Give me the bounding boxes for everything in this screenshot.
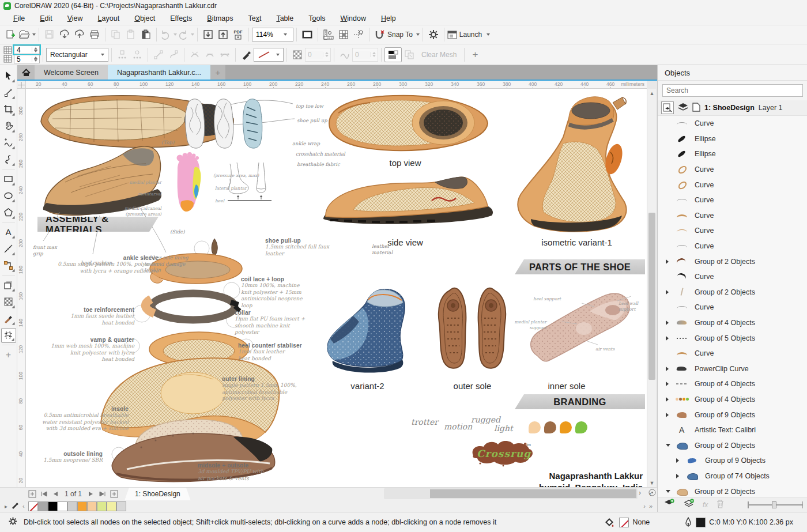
status-gear-icon[interactable] <box>8 516 18 528</box>
expander-icon[interactable] <box>666 444 673 447</box>
snap-off-button[interactable] <box>372 27 387 42</box>
view-mode-icon[interactable] <box>661 101 674 114</box>
palette-expand[interactable]: » <box>649 503 653 510</box>
object-row[interactable]: Curve <box>658 223 807 239</box>
color-eyedropper-tool[interactable] <box>1 311 16 326</box>
object-row[interactable]: Curve <box>658 208 807 224</box>
palette-scroll-left[interactable]: ‹ <box>22 503 25 510</box>
text-tool[interactable]: A <box>1 225 16 240</box>
mesh-eyedropper-button[interactable] <box>239 47 254 62</box>
object-row[interactable]: Ellipse <box>658 131 807 147</box>
object-row[interactable]: Ellipse <box>658 146 807 162</box>
object-row[interactable]: Curve <box>658 239 807 254</box>
last-page-button[interactable] <box>97 488 108 500</box>
smart-drawing-tool[interactable] <box>1 152 16 167</box>
menu-table[interactable]: Table <box>269 13 301 24</box>
dimension-tool[interactable] <box>1 242 16 256</box>
layers-stack-icon[interactable] <box>678 103 688 114</box>
object-row[interactable]: Artistic Text: Calibri <box>658 422 807 438</box>
next-page-button[interactable] <box>85 488 97 500</box>
mesh-rows-spinner[interactable] <box>14 46 40 54</box>
expander-icon[interactable] <box>666 413 673 417</box>
object-row[interactable]: Group of 2 Objects <box>658 254 807 269</box>
mesh-fill-tool[interactable] <box>1 328 16 343</box>
expander-icon[interactable] <box>666 290 673 295</box>
object-row[interactable]: Group of 4 Objects <box>658 376 807 392</box>
new-tab-button[interactable]: + <box>210 65 225 80</box>
expander-icon[interactable] <box>666 490 673 493</box>
horizontal-ruler[interactable]: millimeters 2040608010012014016018020022… <box>26 81 647 89</box>
outline-style-select[interactable] <box>254 48 284 62</box>
expander-icon[interactable] <box>666 382 673 386</box>
add-page-end-button[interactable] <box>108 488 120 500</box>
object-row[interactable]: Group of 4 Objects <box>658 315 807 331</box>
opacity-slider-handle[interactable] <box>772 501 776 508</box>
menu-bitmaps[interactable]: Bitmaps <box>199 13 240 24</box>
expander-icon[interactable] <box>666 259 673 264</box>
palette-swatch-8[interactable] <box>107 501 116 511</box>
object-row[interactable]: Curve <box>658 193 807 208</box>
navigator-button[interactable] <box>648 488 657 499</box>
ellipse-tool[interactable] <box>1 188 16 203</box>
mesh-rows-input[interactable] <box>17 47 32 54</box>
zoom-level-combo[interactable] <box>252 28 293 41</box>
menu-effects[interactable]: Effects <box>163 13 199 24</box>
object-row[interactable]: Group of 74 Objects <box>658 469 807 484</box>
new-document-button[interactable] <box>3 27 18 42</box>
object-row[interactable]: Group of 9 Objects <box>658 407 807 422</box>
object-row[interactable]: Group of 2 Objects <box>658 285 807 300</box>
object-row[interactable]: Curve <box>658 346 807 361</box>
show-grid-button[interactable] <box>336 27 351 42</box>
first-page-button[interactable] <box>38 488 50 500</box>
options-gear-button[interactable] <box>426 27 441 42</box>
add-page-start-button[interactable] <box>27 488 38 500</box>
palette-swatch-6[interactable] <box>87 501 97 511</box>
scroll-up-button[interactable]: ▲ <box>647 89 657 97</box>
menu-file[interactable]: File <box>6 13 32 24</box>
palette-eyedropper-icon[interactable] <box>11 501 19 511</box>
object-row[interactable]: Group of 5 Objects <box>658 330 807 346</box>
mesh-cols-input[interactable] <box>17 56 32 63</box>
menu-help[interactable]: Help <box>374 13 404 24</box>
polygon-tool[interactable] <box>1 205 16 220</box>
tab-document[interactable]: Nagaprashanth Lakkur.c... <box>108 65 210 80</box>
new-layer-button[interactable] <box>683 499 695 511</box>
shape-tool[interactable] <box>1 85 16 100</box>
snap-to-dropdown[interactable]: Snap To <box>387 27 420 42</box>
vertical-ruler[interactable]: 3002802602402202001801601401201008060402… <box>17 89 26 487</box>
expander-icon[interactable] <box>666 320 673 325</box>
launch-dropdown[interactable]: Launch <box>447 27 490 42</box>
rectangle-tool[interactable] <box>1 172 16 187</box>
fullscreen-preview-button[interactable] <box>300 27 315 42</box>
expander-icon[interactable] <box>666 336 673 341</box>
home-button[interactable] <box>17 65 35 80</box>
object-row[interactable]: Curve <box>658 162 807 178</box>
hscroll-right-button[interactable]: › <box>639 489 641 497</box>
menu-text[interactable]: Text <box>240 13 269 24</box>
vertical-scrollbar[interactable]: ▲ ▼ <box>647 89 656 487</box>
object-row[interactable]: Group of 4 Objects <box>658 392 807 408</box>
object-row[interactable]: Group of 2 Objects <box>658 484 807 497</box>
object-row[interactable]: Curve <box>658 177 807 193</box>
show-guidelines-button[interactable] <box>351 27 366 42</box>
object-row[interactable]: Curve <box>658 116 807 131</box>
drawing-canvas[interactable]: ASSEMBLY & MATERIALS PARTS OF THE SHOE B… <box>26 89 647 487</box>
prev-page-button[interactable] <box>50 488 61 500</box>
tab-welcome-screen[interactable]: Welcome Screen <box>35 65 108 80</box>
open-button[interactable] <box>18 27 36 42</box>
objects-search-input[interactable] <box>662 84 803 97</box>
menu-tools[interactable]: Tools <box>301 13 333 24</box>
horizontal-scroll-thumb[interactable] <box>430 489 636 498</box>
open-caret[interactable] <box>32 33 36 36</box>
zoom-level-input[interactable] <box>256 31 281 39</box>
show-rulers-button[interactable] <box>321 27 336 42</box>
expander-icon[interactable] <box>676 458 683 463</box>
palette-swatch-3[interactable] <box>58 501 67 511</box>
more-tools-button[interactable]: + <box>1 348 16 363</box>
expander-icon[interactable] <box>666 367 673 371</box>
page-tab-shoedesign[interactable]: 1: ShoeDesign <box>125 488 191 501</box>
fill-status[interactable]: None <box>604 517 650 527</box>
menu-edit[interactable]: Edit <box>32 13 60 24</box>
object-row[interactable]: Group of 2 Objects <box>658 437 807 453</box>
expander-icon[interactable] <box>666 397 673 402</box>
